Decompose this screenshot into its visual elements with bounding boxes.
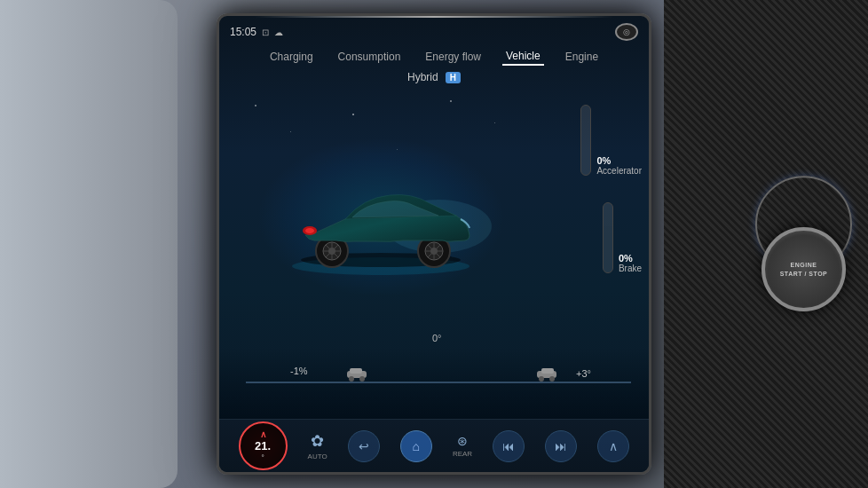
- right-gauges: 0% Accelerator 0% Brake: [544, 96, 642, 348]
- accelerator-label: Accelerator: [596, 166, 642, 176]
- prev-icon: ⏮: [502, 439, 515, 453]
- brake-value: 0%: [619, 253, 633, 264]
- chevron-up-icon: ∧: [609, 439, 618, 453]
- temp-value: 21.: [255, 439, 271, 453]
- cloud-icon: ☁: [274, 28, 283, 37]
- tab-charging[interactable]: Charging: [266, 49, 317, 65]
- left-panel: [0, 0, 178, 488]
- fan-icon: ✿: [311, 431, 324, 451]
- engine-start-stop-button[interactable]: ENGINE START / STOP: [761, 227, 846, 311]
- status-left: 15:05 ⊡ ☁: [230, 26, 283, 38]
- main-screen: 15:05 ⊡ ☁ ◎ Charging Consumption Energy …: [217, 13, 651, 475]
- brake-label: Brake: [619, 264, 642, 273]
- home-icon: ⌂: [413, 439, 420, 453]
- status-right: ◎: [615, 23, 638, 41]
- svg-point-21: [349, 376, 354, 382]
- back-button[interactable]: ↩: [348, 430, 380, 462]
- home-button[interactable]: ⌂: [400, 430, 432, 462]
- svg-rect-20: [350, 368, 362, 374]
- engine-label-line1: ENGINE: [791, 261, 817, 270]
- fan-auto-label: AUTO: [308, 453, 327, 460]
- brake-gauge-container: 0% Brake: [603, 202, 642, 273]
- car-scene: [219, 87, 542, 348]
- chevron-up-button[interactable]: ∧: [597, 430, 629, 462]
- rear-label: REAR: [453, 450, 472, 458]
- signal-icon: ⊡: [262, 28, 269, 37]
- accelerator-gauge-container: 0% Accelerator: [580, 105, 642, 176]
- svg-point-25: [539, 376, 544, 382]
- accelerator-gauge-bar: [580, 105, 591, 176]
- next-icon: ⏭: [555, 439, 567, 453]
- mini-car-left: [343, 366, 370, 382]
- dashboard: 15:05 ⊡ ☁ ◎ Charging Consumption Energy …: [0, 0, 868, 488]
- engine-label-line2: START / STOP: [780, 270, 828, 279]
- bottom-section: -1% +3°: [219, 348, 649, 419]
- road-line: [246, 382, 631, 383]
- svg-point-18: [305, 228, 314, 233]
- tab-engine[interactable]: Engine: [562, 49, 602, 65]
- rear-fan-icon: ⊛: [457, 434, 468, 448]
- hybrid-row: Hybrid H: [219, 69, 649, 87]
- tab-energy-flow[interactable]: Energy flow: [422, 49, 485, 65]
- grade-positive: +3°: [576, 368, 591, 379]
- temperature-control[interactable]: ∧ 21. °: [239, 421, 288, 470]
- mini-car-right: [533, 366, 560, 382]
- nav-section: Charging Consumption Energy flow Vehicle…: [219, 44, 649, 87]
- status-bar: 15:05 ⊡ ☁ ◎: [219, 18, 649, 44]
- tab-vehicle[interactable]: Vehicle: [502, 48, 544, 66]
- svg-point-22: [359, 376, 365, 382]
- control-bar: ∧ 21. ° ✿ AUTO ↩ ⌂ ⊛ REAR: [219, 419, 649, 472]
- prev-button[interactable]: ⏮: [493, 430, 525, 462]
- grade-negative: -1%: [290, 366, 308, 376]
- tab-consumption[interactable]: Consumption: [335, 49, 405, 65]
- next-button[interactable]: ⏭: [545, 430, 577, 462]
- camera-icon: ◎: [615, 23, 638, 41]
- svg-point-26: [549, 376, 555, 382]
- temp-unit: °: [261, 453, 264, 461]
- main-content: 0% Accelerator 0% Brake: [219, 87, 649, 419]
- accelerator-value: 0%: [596, 155, 611, 166]
- brake-gauge-bar: [603, 202, 613, 273]
- hybrid-label: Hybrid: [407, 71, 438, 83]
- rear-control[interactable]: ⊛ REAR: [453, 434, 472, 458]
- hybrid-badge: H: [446, 72, 461, 83]
- right-panel: ENGINE START / STOP: [664, 0, 868, 488]
- svg-rect-24: [541, 368, 554, 374]
- fan-control[interactable]: ✿ AUTO: [308, 431, 327, 460]
- nav-tabs: Charging Consumption Energy flow Vehicle…: [219, 44, 649, 67]
- steering-angle: 0°: [432, 333, 442, 343]
- car-illustration: [265, 155, 496, 279]
- back-icon: ↩: [359, 439, 369, 453]
- temp-up-arrow: ∧: [260, 430, 266, 439]
- status-time: 15:05: [230, 26, 256, 38]
